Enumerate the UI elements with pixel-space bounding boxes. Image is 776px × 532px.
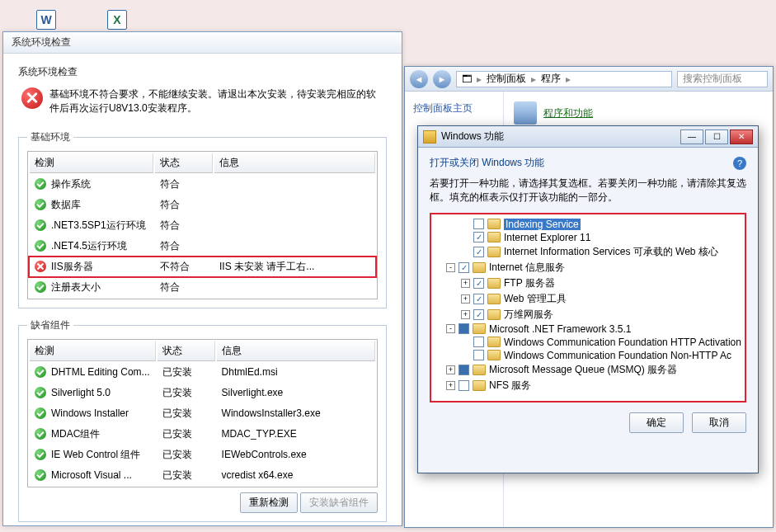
col-check[interactable]: 检测 [30, 153, 153, 173]
tree-item-label: Indexing Service [504, 219, 581, 230]
tree-item-label: 万维网服务 [504, 308, 553, 322]
back-button[interactable]: ◄ [410, 70, 428, 88]
ok-icon [35, 449, 46, 460]
table-row[interactable]: 操作系统符合 [30, 175, 375, 194]
info-cell [214, 278, 375, 297]
ok-icon [35, 219, 46, 231]
spacer [461, 233, 470, 242]
tree-item[interactable]: +NFS 服务 [431, 378, 745, 393]
checkbox[interactable] [459, 262, 469, 273]
excel-icon[interactable]: X [107, 10, 127, 30]
tree-item[interactable]: +Microsoft Message Queue (MSMQ) 服务器 [431, 362, 745, 378]
checkbox[interactable] [459, 380, 469, 391]
status-cell: 不符合 [155, 257, 213, 276]
table-row[interactable]: IE Web Control 组件已安装IEWebControls.exe [30, 445, 375, 464]
maximize-button[interactable]: ☐ [705, 129, 728, 144]
collapse-icon[interactable]: - [446, 324, 455, 333]
checkbox[interactable] [473, 219, 484, 229]
table-row[interactable]: DHTML Editing Com...已安装DhtmlEd.msi [30, 363, 375, 382]
ok-icon [35, 178, 46, 190]
expand-icon[interactable]: + [446, 381, 455, 390]
tree-item[interactable]: -Microsoft .NET Framework 3.5.1 [431, 322, 745, 336]
folder-icon [487, 247, 501, 257]
check-label: Silverlight 5.0 [51, 387, 111, 398]
status-cell: 符合 [155, 278, 213, 297]
folder-icon [487, 219, 501, 229]
close-button[interactable]: ✕ [730, 129, 753, 144]
folder-icon [473, 262, 486, 273]
expand-icon[interactable]: + [461, 279, 470, 288]
expand-icon[interactable]: + [461, 310, 470, 319]
features-titlebar[interactable]: Windows 功能 — ☐ ✕ [418, 126, 758, 148]
tree-item[interactable]: Windows Communication Foundation HTTP Ac… [431, 336, 745, 349]
status-cell: 已安装 [158, 466, 215, 485]
breadcrumb-b[interactable]: 程序 [541, 72, 561, 86]
folder-icon [473, 365, 486, 375]
forward-button[interactable]: ► [433, 70, 451, 88]
checkbox[interactable] [473, 309, 484, 320]
missing-group: 缺省组件 检测 状态 信息 DHTML Editing Com...已安装Dht… [18, 318, 387, 522]
spacer [461, 337, 470, 346]
features-tree[interactable]: Indexing ServiceInternet Explorer 11Inte… [430, 213, 746, 403]
table-row[interactable]: Microsoft Visual ...已安装vcredist x64.exe [30, 466, 375, 485]
folder-icon [473, 380, 486, 391]
address-bar[interactable]: 🗔 ▸ 控制面板 ▸ 程序 ▸ [456, 71, 672, 87]
redetect-button[interactable]: 重新检测 [240, 492, 298, 513]
tree-item[interactable]: Internet Explorer 11 [431, 231, 745, 244]
table-row[interactable]: IIS服务器不符合IIS 未安装 请手工右... [30, 257, 375, 276]
checkbox[interactable] [473, 350, 484, 360]
ok-icon [35, 469, 46, 481]
check-label: 操作系统 [51, 177, 91, 191]
collapse-icon[interactable]: - [446, 263, 455, 272]
col-info[interactable]: 信息 [214, 153, 375, 173]
tree-item-label: Web 管理工具 [504, 292, 567, 306]
warning-text: 基础环境不符合要求，不能继续安装。请退出本次安装，待安装完相应的软件后再次运行U… [49, 87, 383, 115]
checkbox[interactable] [473, 232, 484, 242]
breadcrumb-a[interactable]: 控制面板 [487, 72, 526, 86]
spacer [461, 247, 470, 257]
word-icon[interactable]: W [36, 10, 56, 30]
checkbox[interactable] [473, 247, 484, 257]
ok-button[interactable]: 确定 [629, 412, 684, 433]
check-label: Windows Installer [51, 407, 129, 419]
expand-icon[interactable]: + [461, 294, 470, 304]
tree-item[interactable]: Internet Information Services 可承载的 Web 核… [431, 244, 745, 260]
programs-features-link[interactable]: 程序和功能 [543, 106, 593, 120]
col-status[interactable]: 状态 [155, 153, 213, 173]
folder-icon [487, 294, 501, 304]
folder-icon: 🗔 [462, 73, 472, 85]
tree-item[interactable]: +FTP 服务器 [431, 275, 745, 291]
checkbox[interactable] [459, 365, 469, 375]
table-row[interactable]: Windows Installer已安装WindowsInstaller3.ex… [30, 404, 375, 423]
tree-item[interactable]: +万维网服务 [431, 307, 745, 322]
table-row[interactable]: .NET3.5SP1运行环境符合 [30, 216, 375, 235]
help-icon[interactable]: ? [733, 157, 746, 170]
checkbox[interactable] [459, 323, 469, 334]
features-desc: 若要打开一种功能，请选择其复选框。若要关闭一种功能，请清除其复选框。填充的框表示… [430, 177, 746, 205]
col-status[interactable]: 状态 [158, 341, 215, 361]
cp-home-link[interactable]: 控制面板主页 [413, 101, 495, 115]
checkbox[interactable] [473, 294, 484, 304]
minimize-button[interactable]: — [680, 129, 703, 144]
tree-item[interactable]: Indexing Service [431, 218, 745, 231]
table-row[interactable]: 注册表大小符合 [30, 278, 375, 297]
search-input[interactable]: 搜索控制面板 [677, 71, 768, 87]
expand-icon[interactable]: + [446, 365, 455, 374]
table-row[interactable]: Silverlight 5.0已安装Silverlight.exe [30, 384, 375, 403]
info-cell [214, 216, 375, 235]
tree-item[interactable]: -Internet 信息服务 [431, 260, 745, 275]
status-cell: 已安装 [158, 425, 215, 444]
tree-item[interactable]: Windows Communication Foundation Non-HTT… [431, 349, 745, 362]
col-check[interactable]: 检测 [30, 341, 156, 361]
tree-item[interactable]: +Web 管理工具 [431, 291, 745, 307]
checkbox[interactable] [473, 278, 484, 289]
checkbox[interactable] [473, 337, 484, 347]
error-icon [35, 261, 46, 272]
cancel-button[interactable]: 取消 [692, 412, 746, 433]
table-row[interactable]: .NET4.5运行环境符合 [30, 237, 375, 256]
table-row[interactable]: 数据库符合 [30, 195, 375, 214]
table-row[interactable]: MDAC组件已安装MDAC_TYP.EXE [30, 425, 375, 444]
check-label: .NET4.5运行环境 [51, 239, 127, 253]
col-info[interactable]: 信息 [217, 341, 375, 361]
status-cell: 已安装 [158, 445, 215, 464]
